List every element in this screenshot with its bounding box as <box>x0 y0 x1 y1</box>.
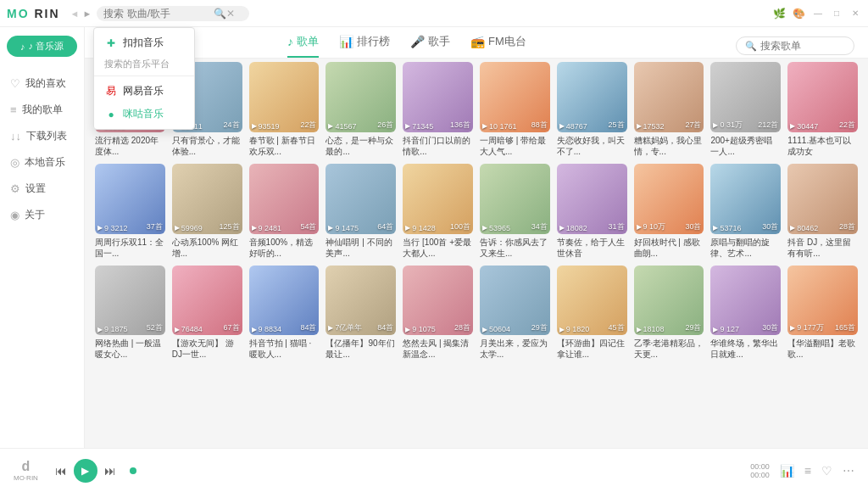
card-item[interactable]: ▶ 9 1820 45首 【环游曲】四记住拿让谁... <box>557 266 627 361</box>
sidebar-item-download[interactable]: ↓↓ 下载列表 <box>0 123 84 149</box>
card-song-count: 22首 <box>839 120 855 131</box>
card-song-count: 26首 <box>377 120 393 131</box>
card-item[interactable]: ▶ 18108 29首 乙季·老港精彩品，天更... <box>634 266 704 361</box>
card-item[interactable]: ▶ 30447 22首 1111.基本也可以成功女 <box>787 62 858 157</box>
card-song-count: 31首 <box>609 221 625 232</box>
divider <box>94 75 194 76</box>
card-item[interactable]: ▶ 48767 25首 失恋收好我，叫天不了... <box>557 62 627 157</box>
card-play-count: ▶ 17532 <box>637 122 665 131</box>
card-item[interactable]: ▶ 50604 29首 月美出来，爱应为太学... <box>480 266 550 361</box>
card-play-count: ▶ 59969 <box>175 224 203 232</box>
card-item[interactable]: ▶ 59969 125首 心动系100% 网红增... <box>172 164 242 259</box>
card-play-count: ▶ 30447 <box>790 122 818 131</box>
card-item[interactable]: ▶ 41567 26首 心态，是一种与众最的... <box>326 62 396 157</box>
player-right-controls: 00:00 00:00 📊 ≡ ♡ ⋯ <box>750 462 854 479</box>
card-title: 好回枝时代 | 感歌曲朗... <box>634 237 704 259</box>
maximize-btn[interactable]: □ <box>831 8 843 20</box>
card-image: ▶ 9 1875 52首 <box>95 266 165 336</box>
search-songs-input[interactable] <box>760 40 845 52</box>
sidebar-item-local[interactable]: ◎ 本地音乐 <box>0 149 84 176</box>
card-item[interactable]: ▶ 10 1761 88首 一周暗够 | 带给最大人气... <box>480 62 550 157</box>
card-item[interactable]: ▶ 80462 28首 抖音 DJ，这里留有有听... <box>787 164 858 259</box>
card-item[interactable]: ▶ 7亿单年 84首 【亿播年】90年们最让... <box>326 266 396 361</box>
card-item[interactable]: ▶ 9 8834 84首 抖音节拍 | 猫唱 · 暖歌人... <box>249 266 320 361</box>
card-item[interactable]: ▶ 17532 27首 糟糕妈妈，我心里情，专... <box>634 62 704 157</box>
card-play-count: ▶ 9 2481 <box>252 224 282 232</box>
card-title: 心态，是一种与众最的... <box>326 135 396 157</box>
card-item[interactable]: ▶ 0 31万 212首 200+超级秀密唱 一人... <box>710 62 781 157</box>
card-item[interactable]: ▶ 9 127 30首 华谁终场，繁华出日就难... <box>710 266 781 361</box>
singer-tab-icon: 🎤 <box>410 35 425 48</box>
skin-icon[interactable]: 🎨 <box>793 8 805 20</box>
card-image: ▶ 9 3212 37首 <box>95 164 165 234</box>
card-title: 春节歌 | 新春节日欢乐双... <box>249 135 320 157</box>
card-title: 【亿播年】90年们最让... <box>326 338 396 360</box>
card-title: 200+超级秀密唱 一人... <box>710 135 781 157</box>
sidebar-item-favorites[interactable]: ♡ 我的喜欢 <box>0 70 84 97</box>
card-image: ▶ 9 1428 100首 <box>403 164 473 234</box>
nav-forward[interactable]: ► <box>82 8 92 19</box>
tab-songlist[interactable]: ♪ 歌单 <box>287 34 319 58</box>
card-play-count: ▶ 41567 <box>328 122 356 131</box>
card-item[interactable]: ▶ 53716 30首 原唱与翻唱的旋律、艺术... <box>710 164 781 259</box>
sidebar-item-about[interactable]: ◉ 关于 <box>0 202 84 228</box>
card-image: ▶ 9 177万 165首 <box>787 266 858 336</box>
heart-icon: ♡ <box>10 77 20 90</box>
search-icon[interactable]: 🔍 <box>214 8 226 20</box>
card-item[interactable]: ▶ 9 1875 52首 网络热曲 | 一般温暖女心... <box>95 266 165 361</box>
card-image: ▶ 18108 29首 <box>634 266 704 336</box>
card-item[interactable]: ▶ 9 1075 28首 悠然去风 | 揭集清新温念... <box>403 266 473 361</box>
grid-container: ▶ 93109 106首 流行精选 2020年度体... ▶ 93511 24首… <box>85 59 868 448</box>
search-clear-icon[interactable]: ✕ <box>226 8 235 20</box>
tab-ranking[interactable]: 📊 排行榜 <box>339 34 390 58</box>
nav-back[interactable]: ◄ <box>70 8 80 19</box>
about-icon: ◉ <box>10 209 19 221</box>
music-source-button[interactable]: ♪ ♪ 音乐源 <box>7 36 77 57</box>
ranking-tab-icon: 📊 <box>339 35 353 48</box>
card-song-count: 27首 <box>685 120 701 131</box>
card-item[interactable]: ▶ 9 2481 54首 音频100%，精选好听的... <box>249 164 320 259</box>
playlist-icon[interactable]: ≡ <box>804 464 811 478</box>
card-item[interactable]: ▶ 53965 34首 告诉：你感风去了又来生... <box>480 164 550 259</box>
equalizer-icon[interactable]: 📊 <box>780 464 794 478</box>
card-title: 【华溢翻唱】老歌歌... <box>787 338 858 360</box>
card-item[interactable]: ▶ 9 177万 165首 【华溢翻唱】老歌歌... <box>787 266 858 361</box>
card-item[interactable]: ▶ 9 1475 64首 神仙唱明 | 不同的美声... <box>326 164 396 259</box>
card-play-count: ▶ 9 3212 <box>97 224 128 232</box>
dropdown-item-wangyi[interactable]: 易 网易音乐 <box>94 80 194 103</box>
play-button[interactable]: ▶ <box>74 459 97 483</box>
card-item[interactable]: ▶ 9 3212 37首 周周行乐双11：全国一... <box>95 164 165 259</box>
card-image: ▶ 10 1761 88首 <box>480 62 550 132</box>
prev-btn[interactable]: ⏮ <box>55 464 67 478</box>
favorite-icon[interactable]: ♡ <box>821 464 832 478</box>
time-total: 00:00 <box>750 471 770 479</box>
card-item[interactable]: ▶ 9 1428 100首 当行 [100首 +爱最大都人... <box>403 164 473 259</box>
more-icon[interactable]: ⋯ <box>843 464 854 478</box>
card-song-count: 29首 <box>531 322 548 333</box>
title-bar: MO RIN ◄ ► 🔍 ✕ 🌿 🎨 — □ ✕ ✚ 扣扣音乐 搜索的音乐平台 … <box>0 0 868 27</box>
card-item[interactable]: ▶ 71345 136首 抖音们门口以前的情歌... <box>403 62 473 157</box>
card-item[interactable]: ▶ 93519 22首 春节歌 | 新春节日欢乐双... <box>249 62 320 157</box>
card-item[interactable]: ▶ 9 10万 30首 好回枝时代 | 感歌曲朗... <box>634 164 704 259</box>
card-play-count: ▶ 18108 <box>637 325 665 333</box>
tab-singer[interactable]: 🎤 歌手 <box>410 34 450 58</box>
player-logo-d: d <box>22 459 31 474</box>
search-input[interactable] <box>103 8 214 20</box>
next-btn[interactable]: ⏭ <box>104 464 116 478</box>
minimize-btn[interactable]: — <box>812 8 824 20</box>
card-item[interactable]: ▶ 76484 67首 【游欢无间】 游DJ一世... <box>172 266 242 361</box>
tab-fm[interactable]: 📻 FM电台 <box>470 34 526 58</box>
card-play-count: ▶ 9 1075 <box>405 325 436 333</box>
card-play-count: ▶ 9 1428 <box>405 224 436 232</box>
dropdown-item-migu[interactable]: ● 咪咕音乐 <box>94 103 194 126</box>
close-btn[interactable]: ✕ <box>849 8 861 20</box>
local-icon: ◎ <box>10 156 19 169</box>
dropdown-item-add[interactable]: ✚ 扣扣音乐 <box>94 31 194 54</box>
card-item[interactable]: ▶ 18082 31首 节奏佐，给于人生世休音 <box>557 164 627 259</box>
card-song-count: 24首 <box>224 120 240 131</box>
sidebar-item-settings[interactable]: ⚙ 设置 <box>0 176 84 202</box>
sidebar-item-playlist[interactable]: ≡ 我的歌单 <box>0 97 84 123</box>
card-play-count: ▶ 71345 <box>405 122 433 131</box>
favorites-label: 我的喜欢 <box>25 76 66 91</box>
card-title: 1111.基本也可以成功女 <box>787 135 858 157</box>
